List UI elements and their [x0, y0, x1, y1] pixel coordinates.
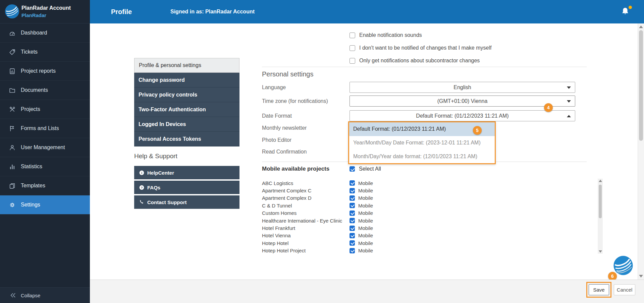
date-format-value: Default Format: (01/12/2023 11:21 AM) — [416, 113, 508, 119]
project-mobile-label: Mobile — [358, 240, 373, 246]
sidebar-item-projects[interactable]: Projects — [0, 100, 90, 119]
project-row: Hotel Frankfurt Mobile — [262, 224, 373, 232]
templates-icon — [8, 182, 16, 190]
account-name: PlanRadar Account — [21, 5, 71, 11]
project-mobile-checkbox[interactable] — [350, 180, 355, 186]
notification-dot — [629, 6, 632, 9]
brand-name: PlanRadar — [21, 12, 46, 18]
select-all-label: Select All — [359, 166, 381, 172]
signed-in-as: Signed in as: PlanRadar Account — [170, 9, 255, 15]
chevron-down-icon — [567, 100, 571, 103]
scroll-up-arrow-icon[interactable] — [639, 25, 643, 28]
enable-sounds-checkbox[interactable] — [350, 33, 355, 38]
project-mobile-checkbox[interactable] — [350, 203, 355, 208]
project-mobile-label: Mobile — [358, 188, 373, 193]
date-format-option-ymd[interactable]: Year/Month/Day Date Format: (2023-12-01 … — [349, 136, 495, 150]
project-mobile-checkbox[interactable] — [350, 218, 355, 223]
help-item-faqs[interactable]: ? FAQs — [134, 181, 239, 194]
read-confirmation-label: Read Confirmation — [262, 149, 307, 155]
project-name: ABC Logistics — [262, 180, 350, 186]
sidebar-item-label: Documents — [21, 87, 48, 93]
svg-text:?: ? — [141, 186, 143, 189]
project-name: Custom Homes — [262, 210, 350, 216]
help-support-heading: Help & Support — [134, 153, 177, 160]
project-mobile-checkbox[interactable] — [350, 195, 355, 201]
cancel-button[interactable]: Cancel — [614, 284, 635, 295]
sidebar-item-statistics[interactable]: Statistics — [0, 157, 90, 176]
sidebar-item-settings[interactable]: Settings — [0, 195, 90, 215]
sidebar-collapse-button[interactable]: Collapse — [0, 287, 90, 303]
nav-item-personal-access-tokens[interactable]: Personal Access Tokens — [134, 132, 239, 146]
sidebar-item-project-reports[interactable]: Project reports — [0, 62, 90, 81]
chevron-up-icon — [567, 115, 571, 117]
project-name: Apartment Complex D — [262, 195, 350, 201]
notification-option-row: Enable notification sounds — [350, 32, 422, 39]
scroll-down-arrow-icon[interactable] — [599, 250, 602, 253]
sidebar-item-user-management[interactable]: User Management — [0, 138, 90, 157]
save-button[interactable]: Save — [589, 284, 609, 295]
checkbox-label: Only get notifications about subcontract… — [359, 58, 480, 64]
info-icon: i — [139, 170, 145, 176]
window-scrollbar-thumb[interactable] — [639, 30, 643, 141]
user-management-icon — [8, 143, 16, 152]
tickets-icon — [8, 48, 16, 56]
project-mobile-label: Mobile — [358, 210, 373, 216]
date-format-select[interactable]: Default Format: (01/12/2023 11:21 AM) — [350, 110, 575, 121]
date-format-option-mdy[interactable]: Month/Day/Year date format: (12/01/2023 … — [349, 149, 495, 163]
sidebar-item-documents[interactable]: Documents — [0, 81, 90, 100]
projects-scrollbar[interactable] — [598, 179, 603, 254]
forms-and-lists-icon — [8, 124, 16, 132]
timezone-select[interactable]: (GMT+01:00) Vienna — [350, 96, 575, 107]
sidebar-header: PlanRadar Account PlanRadar — [0, 0, 90, 23]
projects-list: ABC Logistics Mobile Apartment Complex C… — [262, 179, 373, 254]
sidebar-item-dashboard[interactable]: Dashboard — [0, 23, 90, 43]
project-row: Healthcare International - Eye Clinic Mo… — [262, 217, 373, 224]
project-mobile-checkbox[interactable] — [350, 226, 355, 231]
project-mobile-checkbox[interactable] — [350, 248, 355, 253]
nav-item-profile-personal-settings[interactable]: Profile & personal settings — [134, 58, 239, 73]
notification-option-row: Only get notifications about subcontract… — [350, 57, 480, 64]
nav-item-logged-in-devices[interactable]: Logged In Devices — [134, 117, 239, 132]
sidebar-item-label: User Management — [21, 144, 65, 150]
subcontractor-only-checkbox[interactable] — [350, 58, 355, 64]
window-scrollbar[interactable] — [638, 23, 644, 280]
nav-item-privacy-policy-controls[interactable]: Privacy policy controls — [134, 87, 239, 102]
sidebar-item-tickets[interactable]: Tickets — [0, 43, 90, 62]
projects-scrollbar-thumb[interactable] — [599, 185, 602, 218]
project-mobile-checkbox[interactable] — [350, 233, 355, 238]
project-row: C & D Tunnel Mobile — [262, 202, 373, 209]
select-all-checkbox[interactable] — [350, 166, 355, 172]
mobile-projects-heading: Mobile available projects — [262, 166, 329, 172]
no-self-notify-checkbox[interactable] — [350, 45, 355, 51]
project-mobile-checkbox[interactable] — [350, 188, 355, 193]
project-row: Apartment Complex C Mobile — [262, 187, 373, 194]
sidebar-item-templates[interactable]: Templates — [0, 176, 90, 195]
nav-item-change-password[interactable]: Change password — [134, 73, 239, 87]
project-mobile-checkbox[interactable] — [350, 210, 355, 216]
project-name: Hotep Hotel — [262, 240, 350, 246]
timezone-value: (GMT+01:00) Vienna — [437, 98, 488, 104]
nav-item-two-factor-authentication[interactable]: Two-Factor Authentication — [134, 102, 239, 117]
project-mobile-label: Mobile — [358, 248, 373, 253]
collapse-label: Collapse — [21, 293, 40, 298]
sidebar-item-forms-and-lists[interactable]: Forms and Lists — [0, 119, 90, 138]
project-row: Hotel Vienna Mobile — [262, 232, 373, 239]
help-item-label: Contact Support — [147, 199, 187, 205]
sidebar: PlanRadar Account PlanRadar Dashboard Ti… — [0, 0, 90, 303]
svg-text:i: i — [141, 171, 142, 174]
help-item-contact-support[interactable]: Contact Support — [134, 195, 239, 209]
planradar-logo-icon — [5, 4, 19, 19]
scroll-up-arrow-icon[interactable] — [599, 180, 602, 182]
personal-settings-heading: Personal settings — [262, 70, 313, 78]
sidebar-item-label: Project reports — [21, 68, 56, 74]
scroll-down-arrow-icon[interactable] — [639, 275, 643, 278]
project-mobile-label: Mobile — [358, 218, 373, 224]
project-mobile-label: Mobile — [358, 180, 373, 186]
help-item-helpcenter[interactable]: i HelpCenter — [134, 166, 239, 179]
sidebar-item-label: Templates — [21, 183, 45, 189]
project-name: Hotep Hotel Project — [262, 248, 350, 253]
project-name: C & D Tunnel — [262, 203, 350, 208]
project-mobile-checkbox[interactable] — [350, 240, 355, 246]
language-select[interactable]: English — [350, 82, 575, 93]
notifications-bell-icon[interactable] — [621, 7, 631, 17]
